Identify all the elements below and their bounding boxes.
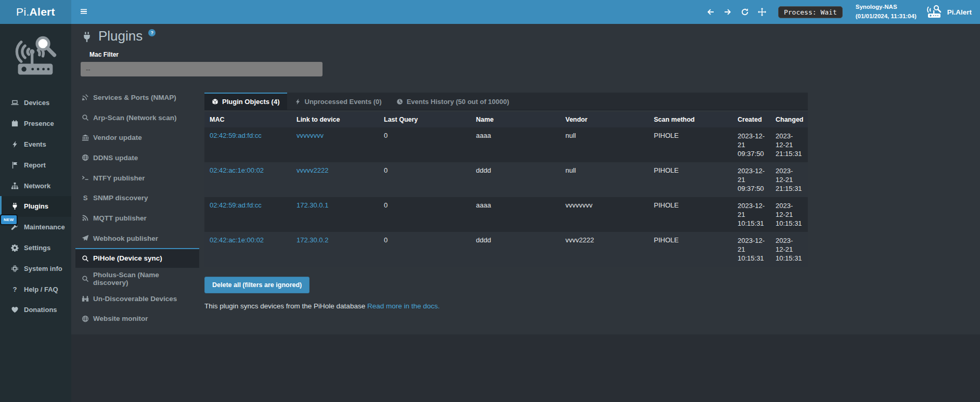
plugin-nav-item-arp-scan[interactable]: Arp-Scan (Network scan) — [75, 107, 199, 127]
delete-all-button[interactable]: Delete all (filters are ignored) — [204, 277, 310, 293]
vendor-cell: null — [560, 162, 649, 197]
search-icon — [82, 114, 89, 121]
name-cell: aaaa — [471, 197, 560, 232]
sidebar-item-label: Donations — [24, 306, 57, 314]
table-header-row: MAC Link to device Last Query Name Vendo… — [204, 112, 808, 127]
question-icon — [11, 286, 19, 293]
mac-link[interactable]: 02:42:ac:1e:00:02 — [210, 236, 264, 244]
read-more-link[interactable]: Read more in the docs. — [367, 302, 440, 310]
heart-icon — [11, 306, 19, 314]
changed-cell: 2023-12-21 10:15:31 — [770, 197, 808, 232]
pialert-app: Pi.Alert Process: Wait Synology-NAS (01/… — [0, 0, 980, 402]
plugin-nav-label: Arp-Scan (Network scan) — [93, 114, 177, 122]
topbar-brand-label: Pi.Alert — [947, 8, 972, 16]
nav-forward-button[interactable] — [724, 8, 732, 16]
binoculars-icon — [82, 295, 89, 302]
plugin-nav-item-ddns-update[interactable]: DDNS update — [75, 147, 199, 167]
wrench-icon — [11, 223, 19, 231]
plugin-nav-item-website-monitor[interactable]: Website monitor — [75, 308, 199, 329]
tab-bar: Plugin Objects (4) Unprocessed Events (0… — [204, 93, 808, 110]
mac-link[interactable]: 02:42:ac:1e:00:02 — [210, 166, 264, 174]
plugin-nav-label: SNMP discovery — [93, 194, 148, 202]
plugin-nav-item-webhook-publisher[interactable]: Webhook publisher — [75, 228, 199, 248]
move-arrows-icon — [758, 8, 766, 16]
nav-back-button[interactable] — [706, 8, 715, 16]
link-to-device-cell: vvvvvvvv — [291, 127, 379, 162]
plugin-nav-label: MQTT publisher — [93, 214, 147, 222]
changed-cell: 2023-12-21 21:15:31 — [770, 127, 808, 162]
tab-label: Events History (50 out of 10000) — [407, 98, 509, 106]
sidebar-item-events[interactable]: Events — [0, 134, 71, 155]
plugin-nav-label: PiHole (Device sync) — [93, 254, 162, 262]
table-row: 02:42:59:ad:fd:cc vvvvvvvv 0 aaaa null P… — [204, 127, 808, 162]
mac-filter-input[interactable] — [81, 62, 323, 76]
name-cell: aaaa — [471, 127, 560, 162]
help-badge[interactable]: ? — [148, 29, 156, 36]
sidebar-item-help-faq[interactable]: Help / FAQ — [0, 279, 71, 300]
router-icon — [925, 5, 943, 19]
sidebar-item-label: Devices — [24, 99, 49, 107]
plugin-nav-item-vendor-update[interactable]: Vendor update — [75, 127, 199, 147]
plugin-nav-item-snmp-discovery[interactable]: SNMP discovery — [75, 187, 199, 208]
globe-icon — [82, 315, 89, 322]
sidebar-item-settings[interactable]: Settings — [0, 238, 71, 258]
plugin-nav-label: Website monitor — [93, 315, 148, 322]
mac-cell: 02:42:ac:1e:00:02 — [204, 162, 291, 197]
plugin-nav-label: NTFY publisher — [93, 174, 145, 182]
device-link[interactable]: 172.30.0.2 — [296, 236, 328, 244]
plugin-nav-item-ntfy-publisher[interactable]: NTFY publisher — [75, 167, 199, 188]
app-logo[interactable]: Pi.Alert — [0, 0, 71, 24]
sidebar-item-presence[interactable]: Presence — [0, 113, 71, 134]
plugin-description-text: This plugin syncs devices from the PiHol… — [204, 302, 367, 310]
table-row: 02:42:ac:1e:00:02 172.30.0.2 0 dddd vvvv… — [204, 232, 808, 267]
sidebar-toggle-button[interactable] — [71, 0, 96, 24]
mac-link[interactable]: 02:42:59:ad:fd:cc — [210, 132, 262, 139]
bolt-icon — [294, 98, 301, 105]
mac-link[interactable]: 02:42:59:ad:fd:cc — [210, 201, 262, 209]
host-name: Synology-NAS — [856, 3, 917, 12]
sidebar-item-label: Help / FAQ — [24, 286, 58, 293]
column-header-mac: MAC — [204, 112, 291, 127]
sidebar-item-system-info[interactable]: System info — [0, 258, 71, 279]
vendor-cell: vvvvvvvv — [560, 197, 649, 232]
mac-cell: 02:42:ac:1e:00:02 — [204, 232, 291, 267]
refresh-button[interactable] — [741, 8, 749, 16]
plugin-nav-item-services-ports-nmap[interactable]: Services & Ports (NMAP) — [75, 87, 199, 107]
device-link[interactable]: vvvvvvvv — [296, 132, 324, 139]
sidebar-item-label: System info — [24, 265, 62, 273]
plugin-nav-item-pihole-device-sync[interactable]: PiHole (Device sync) — [75, 248, 199, 268]
link-to-device-cell: 172.30.0.1 — [291, 197, 379, 232]
scan-method-cell: PIHOLE — [649, 162, 732, 197]
plug-icon — [11, 202, 19, 210]
device-link[interactable]: 172.30.0.1 — [296, 201, 328, 209]
device-link[interactable]: vvvvv2222 — [296, 166, 328, 174]
topbar-actions: Process: Wait Synology-NAS (01/01/2024, … — [706, 3, 980, 21]
vendor-cell: vvvv2222 — [560, 232, 649, 267]
laptop-icon — [11, 99, 19, 107]
topbar-brand-right: Pi.Alert — [925, 5, 972, 19]
table-row: 02:42:ac:1e:00:02 vvvvv2222 0 dddd null … — [204, 162, 808, 197]
page-footer-area — [71, 334, 980, 402]
tab-unprocessed-events[interactable]: Unprocessed Events (0) — [287, 93, 389, 110]
sidebar-item-network[interactable]: Network — [0, 175, 71, 196]
plugin-nav-item-mqtt-publisher[interactable]: MQTT publisher — [75, 208, 199, 228]
sidebar-item-report[interactable]: Report — [0, 154, 71, 175]
plugin-detail-panel: Plugin Objects (4) Unprocessed Events (0… — [204, 93, 808, 310]
brand-prefix: Pi. — [16, 6, 29, 18]
sidebar-item-donations[interactable]: Donations — [0, 300, 71, 320]
sidebar-item-label: Plugins — [24, 202, 48, 210]
plugin-nav-item-un-discoverable-devices[interactable]: Un-Discoverable Devices — [75, 288, 199, 308]
terminal-icon — [82, 174, 89, 181]
brand-suffix: Alert — [30, 6, 55, 18]
last-query-cell: 0 — [379, 127, 471, 162]
last-query-cell: 0 — [379, 162, 471, 197]
sidebar-item-devices[interactable]: Devices — [0, 93, 71, 113]
sidebar-menu: Devices Presence Events Report Network P… — [0, 93, 71, 320]
plugin-nav-item-pholus-scan[interactable]: Pholus-Scan (Name discovery) — [75, 268, 199, 288]
scan-method-cell: PIHOLE — [649, 197, 732, 232]
sidebar-item-plugins[interactable]: Plugins — [0, 196, 71, 217]
tab-plugin-objects[interactable]: Plugin Objects (4) — [204, 93, 287, 110]
fullscreen-button[interactable] — [758, 8, 766, 16]
tab-events-history[interactable]: Events History (50 out of 10000) — [389, 93, 517, 110]
tab-label: Plugin Objects (4) — [222, 98, 280, 106]
